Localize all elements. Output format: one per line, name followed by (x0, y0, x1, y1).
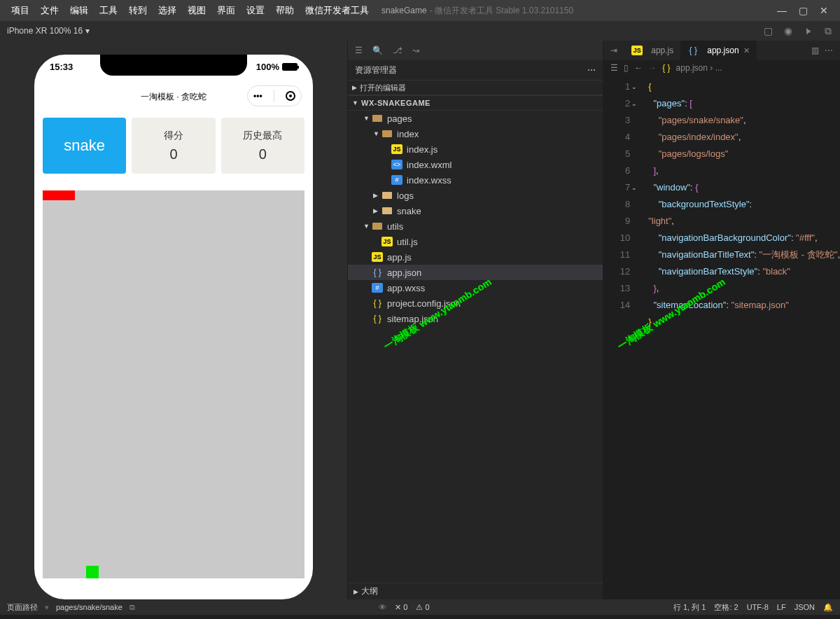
explorer-title: 资源管理器 (355, 64, 397, 76)
search-icon[interactable]: 🔍 (372, 46, 383, 55)
menu-项目[interactable]: 项目 (6, 4, 35, 17)
explorer-panel: ☰ 🔍 ⎇ ↝ 资源管理器 ⋯ ▶打开的编辑器 ▼WX-SNAKEGAME ▼p… (347, 41, 603, 599)
code-area[interactable]: 1⌄2⌄34567⌄891011121314 { "pages": [ "pag… (603, 76, 840, 599)
outline-section[interactable]: ▶大纲 (348, 583, 603, 599)
page-path[interactable]: pages/snake/snake (56, 603, 122, 611)
menu-界面[interactable]: 界面 (211, 4, 241, 17)
device-icon[interactable]: ▢ (764, 25, 773, 37)
file-util.js[interactable]: JSutil.js (348, 234, 603, 249)
language-mode[interactable]: JSON (794, 603, 815, 611)
mute-icon[interactable]: 🕨 (804, 25, 813, 37)
editor-panel: ⇥ JSapp.js{ }app.json✕ ▥ ⋯ ☰ ▯ ← → { } a… (603, 41, 840, 599)
window-project: snakeGame (382, 6, 427, 15)
menu-转到[interactable]: 转到 (123, 4, 153, 17)
indent-info[interactable]: 空格: 2 (714, 602, 738, 613)
close-tab-icon[interactable]: ✕ (743, 46, 750, 55)
page-path-label: 页面路径 (7, 602, 38, 613)
file-index[interactable]: ▼index (348, 126, 603, 141)
score-card: 得分 0 (132, 118, 215, 174)
file-index.wxss[interactable]: #index.wxss (348, 172, 603, 188)
nav-forward-icon[interactable]: → (648, 63, 657, 73)
explorer-more-icon[interactable]: ⋯ (587, 65, 596, 75)
file-project.config.json[interactable]: { }project.config.json (348, 295, 603, 311)
file-sitemap.json[interactable]: { }sitemap.json (348, 311, 603, 326)
status-bar: 页面路径 ▾ pages/snake/snake ⧉ 👁 ✕ 0 ⚠ 0 行 1… (0, 599, 840, 615)
maximize-button[interactable]: ▢ (792, 0, 813, 21)
project-section[interactable]: ▼WX-SNAKEGAME (348, 95, 603, 111)
menu-设置[interactable]: 设置 (241, 4, 270, 17)
split-editor-icon[interactable]: ▥ (811, 46, 819, 55)
eol[interactable]: LF (777, 603, 786, 611)
editor-nav-toggle-icon[interactable]: ☰ (610, 63, 618, 73)
window-subtitle: - 微信开发者工具 Stable 1.03.2101150 (430, 5, 573, 17)
warning-count[interactable]: ⚠ 0 (416, 603, 429, 612)
capsule-menu[interactable]: ••• (247, 85, 302, 106)
menu-视图[interactable]: 视图 (182, 4, 211, 17)
opened-editors-section[interactable]: ▶打开的编辑器 (348, 80, 603, 95)
file-index.wxml[interactable]: <>index.wxml (348, 157, 603, 172)
toolbar: iPhone XR 100% 16▾ ▢ ◉ 🕨 ⧉ (0, 21, 840, 41)
menu-文件[interactable]: 文件 (35, 4, 64, 17)
file-app.json[interactable]: { }app.json (348, 265, 603, 280)
file-app.js[interactable]: JSapp.js (348, 249, 603, 265)
snake-food (86, 566, 99, 578)
more-icon[interactable]: ••• (253, 91, 262, 101)
menu-微信开发者工具[interactable]: 微信开发者工具 (300, 4, 374, 17)
phone-frame: 15:33 100% 一淘模板 · 贪吃蛇 ••• snake 得分 0 (34, 55, 313, 599)
menu-编辑[interactable]: 编辑 (64, 4, 94, 17)
nav-back-icon[interactable]: ← (634, 63, 643, 73)
highscore-card: 历史最高 0 (221, 118, 304, 174)
open-to-side-icon[interactable]: ⇥ (610, 46, 617, 55)
file-logs[interactable]: ▶logs (348, 188, 603, 203)
tab-app.js[interactable]: JSapp.js (624, 41, 680, 60)
tab-app.json[interactable]: { }app.json✕ (680, 41, 756, 60)
file-utils[interactable]: ▼utils (348, 218, 603, 234)
status-time: 15:33 (50, 62, 73, 72)
path-icon[interactable]: ↝ (412, 46, 419, 55)
file-pages[interactable]: ▼pages (348, 111, 603, 126)
file-index.js[interactable]: JSindex.js (348, 141, 603, 157)
visibility-icon[interactable]: 👁 (379, 603, 386, 611)
branch-icon[interactable]: ⎇ (393, 46, 402, 55)
device-selector[interactable]: iPhone XR 100% 16▾ (0, 26, 97, 36)
file-snake[interactable]: ▶snake (348, 203, 603, 218)
copy-icon[interactable]: ⧉ (130, 603, 135, 612)
cursor-position[interactable]: 行 1, 列 1 (673, 602, 706, 613)
tab-more-icon[interactable]: ⋯ (825, 46, 833, 55)
status-battery: 100% (256, 62, 298, 72)
menu-帮助[interactable]: 帮助 (270, 4, 300, 17)
menu-选择[interactable]: 选择 (153, 4, 182, 17)
target-icon[interactable] (286, 91, 295, 101)
record-icon[interactable]: ◉ (784, 25, 792, 37)
snake-head (43, 190, 75, 200)
phone-notch (100, 55, 247, 76)
close-button[interactable]: ✕ (813, 0, 834, 21)
multi-window-icon[interactable]: ⧉ (825, 25, 832, 37)
tab-list-icon[interactable]: ☰ (355, 46, 363, 55)
menu-bar: 项目文件编辑工具转到选择视图界面设置帮助微信开发者工具 snakeGame - … (0, 0, 840, 21)
error-count[interactable]: ✕ 0 (395, 603, 407, 612)
minimize-button[interactable]: — (771, 0, 792, 21)
encoding[interactable]: UTF-8 (747, 603, 769, 611)
simulator-panel: 15:33 100% 一淘模板 · 贪吃蛇 ••• snake 得分 0 (0, 41, 347, 599)
snake-button[interactable]: snake (43, 118, 126, 174)
bell-icon[interactable]: 🔔 (823, 603, 833, 612)
menu-工具[interactable]: 工具 (94, 4, 123, 17)
game-canvas[interactable] (43, 190, 304, 578)
bookmark-icon[interactable]: ▯ (624, 63, 629, 73)
breadcrumb-path[interactable]: app.json › ... (676, 63, 722, 73)
file-app.wxss[interactable]: #app.wxss (348, 280, 603, 295)
